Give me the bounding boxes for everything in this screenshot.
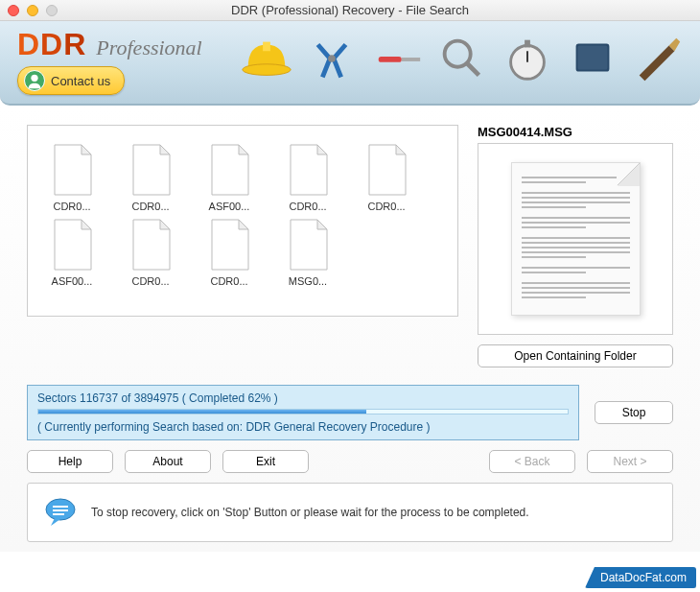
hardhat-icon — [239, 29, 294, 88]
svg-point-3 — [328, 55, 336, 62]
about-button[interactable]: About — [125, 450, 211, 473]
svg-rect-4 — [379, 57, 402, 62]
file-icon — [362, 141, 411, 199]
svg-rect-12 — [578, 45, 608, 69]
file-icon — [283, 141, 333, 199]
preview-panel — [478, 143, 673, 335]
file-item[interactable]: MSG0... — [277, 216, 338, 287]
file-icon — [126, 141, 175, 199]
window-title: DDR (Professional) Recovery - File Searc… — [0, 3, 700, 17]
titlebar: DDR (Professional) Recovery - File Searc… — [0, 0, 700, 21]
hint-panel: To stop recovery, click on 'Stop' Button… — [27, 483, 673, 542]
file-name-label: ASF00... — [41, 275, 103, 287]
svg-rect-2 — [263, 42, 270, 52]
file-icon — [283, 216, 333, 273]
banner-tools-art — [239, 29, 686, 88]
svg-point-6 — [445, 41, 471, 67]
main-content: CDR0...CDR0...ASF00...CDR0...CDR0...ASF0… — [0, 106, 700, 552]
svg-line-7 — [467, 63, 479, 76]
file-name-label: CDR0... — [356, 201, 417, 212]
preview-filename: MSG00414.MSG — [478, 125, 673, 139]
magnifier-icon — [434, 29, 490, 88]
file-item[interactable]: CDR0... — [198, 216, 260, 287]
svg-point-8 — [511, 45, 545, 79]
file-item[interactable]: CDR0... — [120, 216, 181, 287]
file-icon — [47, 216, 97, 273]
person-icon — [24, 70, 45, 91]
file-name-label: ASF00... — [198, 201, 260, 212]
pen-icon — [630, 29, 686, 88]
exit-button[interactable]: Exit — [222, 450, 309, 473]
file-item[interactable]: CDR0... — [120, 141, 181, 212]
file-name-label: CDR0... — [120, 275, 181, 287]
progress-status-text: ( Currently performing Search based on: … — [37, 420, 569, 434]
file-item[interactable]: CDR0... — [41, 141, 103, 212]
brand-badge: DataDocFat.com — [585, 567, 696, 588]
file-name-label: CDR0... — [277, 201, 338, 212]
svg-point-0 — [31, 75, 37, 82]
contact-us-button[interactable]: Contact us — [17, 66, 125, 95]
file-name-label: CDR0... — [120, 201, 181, 212]
app-banner: DDR Professional Contact us — [0, 21, 700, 106]
screwdriver-icon — [369, 29, 425, 88]
progress-sectors-text: Sectors 116737 of 3894975 ( Completed 62… — [37, 391, 569, 405]
notebook-icon — [565, 29, 620, 88]
file-name-label: CDR0... — [41, 201, 103, 212]
open-containing-folder-button[interactable]: Open Containing Folder — [478, 344, 673, 367]
back-button: < Back — [489, 450, 575, 473]
file-item[interactable]: ASF00... — [198, 141, 260, 212]
file-grid-panel: CDR0...CDR0...ASF00...CDR0...CDR0...ASF0… — [27, 125, 458, 317]
svg-point-1 — [243, 64, 291, 76]
file-icon — [47, 141, 97, 199]
file-name-label: MSG0... — [277, 275, 338, 287]
file-item[interactable]: CDR0... — [356, 141, 417, 212]
pliers-icon — [304, 29, 360, 88]
progress-panel: Sectors 116737 of 3894975 ( Completed 62… — [27, 385, 579, 440]
file-item[interactable]: CDR0... — [277, 141, 338, 212]
file-icon — [126, 216, 175, 273]
info-bubble-icon — [43, 495, 78, 530]
app-logo: DDR Professional — [17, 27, 202, 62]
file-icon — [204, 216, 254, 273]
file-icon — [204, 141, 254, 199]
file-item[interactable]: ASF00... — [41, 216, 103, 287]
help-button[interactable]: Help — [27, 450, 113, 473]
stopwatch-icon — [500, 29, 555, 88]
hint-text: To stop recovery, click on 'Stop' Button… — [91, 506, 529, 519]
progress-bar — [37, 409, 569, 414]
app-logo-subtitle: Professional — [96, 36, 201, 60]
file-name-label: CDR0... — [198, 275, 260, 287]
svg-rect-5 — [402, 58, 420, 61]
stop-button[interactable]: Stop — [595, 401, 673, 424]
document-preview-icon — [511, 162, 641, 316]
next-button: Next > — [587, 450, 673, 473]
svg-rect-9 — [525, 40, 530, 48]
